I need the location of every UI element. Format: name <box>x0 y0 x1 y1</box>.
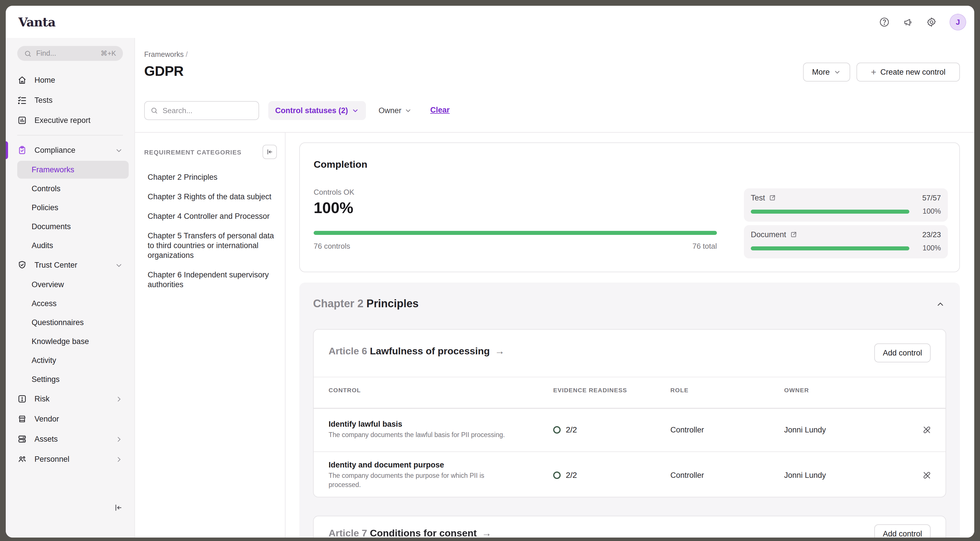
chevron-down-icon <box>404 107 412 114</box>
table-row[interactable]: Identify lawful basis The company docume… <box>329 408 932 451</box>
sidebar-item-tests[interactable]: Tests <box>6 90 134 110</box>
sidebar-item-label: Settings <box>32 375 60 383</box>
create-new-control-button[interactable]: + Create new control <box>856 63 960 81</box>
categories-collapse-button[interactable] <box>262 145 277 159</box>
page-title: GDPR <box>144 63 183 79</box>
control-statuses-filter[interactable]: Control statuses (2) <box>268 101 366 120</box>
evidence-ring-icon <box>553 471 561 479</box>
owner-cell: Jonni Lundy <box>784 425 916 434</box>
owner-label: Owner <box>379 106 401 115</box>
sidebar-item-label: Home <box>35 76 55 84</box>
category-list: Chapter 2 Principles Chapter 3 Rights of… <box>148 172 278 290</box>
more-button[interactable]: More <box>803 63 850 81</box>
sidebar-item-personnel[interactable]: Personnel <box>6 449 134 469</box>
column-control: CONTROL <box>329 387 553 393</box>
sidebar-item-controls[interactable]: Controls <box>6 179 134 198</box>
completion-card: Completion Controls OK 100% 76 controls … <box>299 142 960 272</box>
unlink-icon[interactable] <box>922 425 932 434</box>
sidebar-item-risk[interactable]: Risk <box>6 389 134 409</box>
search-input[interactable] <box>162 106 253 115</box>
sidebar-item-trust-center[interactable]: Trust Center <box>6 255 134 275</box>
sidebar-item-label: Policies <box>32 203 58 212</box>
collapse-left-icon <box>266 148 274 156</box>
test-readiness-box: Test 57/57 100% <box>744 188 948 222</box>
sidebar-item-access[interactable]: Access <box>6 294 134 313</box>
add-control-button[interactable]: Add control <box>874 524 931 538</box>
unlink-icon[interactable] <box>922 470 932 480</box>
sidebar-item-documents[interactable]: Documents <box>6 217 134 236</box>
owner-filter[interactable]: Owner <box>379 101 412 120</box>
sidebar-item-overview[interactable]: Overview <box>6 275 134 294</box>
sidebar-item-home[interactable]: Home <box>6 70 134 90</box>
article-prefix: Article 6 <box>329 346 367 356</box>
find-shortcut: ⌘+K <box>100 49 116 57</box>
sidebar-item-label: Questionnaires <box>32 318 84 327</box>
add-control-button[interactable]: Add control <box>874 344 931 363</box>
find-input[interactable]: Find... ⌘+K <box>17 46 123 61</box>
sidebar: Find... ⌘+K Home Tests <box>6 38 135 538</box>
announcements-megaphone-icon[interactable] <box>902 16 913 27</box>
article-title: Lawfulness of processing <box>370 346 490 356</box>
external-link-icon[interactable] <box>768 194 776 202</box>
sidebar-item-policies[interactable]: Policies <box>6 198 134 217</box>
breadcrumb[interactable]: Frameworks / <box>144 51 188 59</box>
table-row[interactable]: Identity and document purpose The compan… <box>329 452 932 498</box>
control-name[interactable]: Identity and document purpose <box>329 461 553 469</box>
avatar-initial: J <box>956 18 960 26</box>
total-count: 76 total <box>659 242 717 250</box>
settings-gear-icon[interactable] <box>926 16 937 27</box>
card-divider <box>313 377 945 377</box>
sidebar-item-settings[interactable]: Settings <box>6 370 134 389</box>
servers-icon <box>17 434 27 444</box>
category-item-chapter-6[interactable]: Chapter 6 Independent supervisory author… <box>148 270 278 290</box>
test-label: Test <box>751 194 765 202</box>
search-input-wrapper <box>144 101 259 120</box>
section-collapse-chevron-up-icon[interactable] <box>936 300 945 309</box>
category-item-chapter-5[interactable]: Chapter 5 Transfers of personal data to … <box>148 231 278 260</box>
sidebar-item-executive-report[interactable]: Executive report <box>6 110 134 130</box>
requirement-categories-heading: REQUIREMENT CATEGORIES <box>144 149 242 156</box>
category-item-chapter-3[interactable]: Chapter 3 Rights of the data subject <box>148 192 278 202</box>
app-window: Vanta J Find... ⌘+K <box>6 6 974 538</box>
people-icon <box>17 454 27 464</box>
sidebar-item-questionnaires[interactable]: Questionnaires <box>6 313 134 332</box>
sidebar-item-activity[interactable]: Activity <box>6 351 134 370</box>
test-progress-bar <box>751 209 909 213</box>
evidence-ring-icon <box>553 426 561 433</box>
chapter-2-section: Chapter 2 Principles Article 6 Lawfulnes… <box>299 283 960 538</box>
article-7-heading[interactable]: Article 7 Conditions for consent → <box>329 528 492 538</box>
storefront-icon <box>17 414 27 424</box>
sidebar-item-label: Tests <box>35 96 52 105</box>
sidebar-item-compliance[interactable]: Compliance <box>6 140 134 160</box>
breadcrumb-separator: / <box>186 51 188 59</box>
chapter-heading: Chapter 2 Principles <box>313 298 419 310</box>
sidebar-item-label: Executive report <box>35 116 91 125</box>
main-content: Frameworks / GDPR More + Create new cont… <box>135 38 974 538</box>
stage: Vanta J Find... ⌘+K <box>0 0 980 541</box>
external-link-icon[interactable] <box>789 231 797 238</box>
help-icon[interactable] <box>879 16 890 27</box>
sidebar-item-assets[interactable]: Assets <box>6 429 134 449</box>
article-6-heading[interactable]: Article 6 Lawfulness of processing → <box>329 346 505 357</box>
category-item-chapter-4[interactable]: Chapter 4 Controller and Processor <box>148 212 278 221</box>
vanta-logo: Vanta <box>18 14 56 29</box>
arrow-right-icon: → <box>495 346 505 356</box>
sidebar-item-label: Overview <box>32 280 64 289</box>
user-avatar[interactable]: J <box>950 13 966 30</box>
article-prefix: Article 7 <box>329 528 367 538</box>
sidebar-collapse-icon[interactable] <box>114 503 123 512</box>
sidebar-item-knowledge-base[interactable]: Knowledge base <box>6 332 134 351</box>
category-item-chapter-2[interactable]: Chapter 2 Principles <box>148 172 278 182</box>
create-label: Create new control <box>880 68 945 76</box>
sidebar-item-vendor[interactable]: Vendor <box>6 409 134 429</box>
test-percent: 100% <box>923 207 941 215</box>
control-name[interactable]: Identify lawful basis <box>329 420 553 428</box>
plus-icon: + <box>871 67 876 77</box>
header-divider <box>135 132 974 133</box>
compliance-clipboard-icon <box>17 145 27 155</box>
sidebar-item-audits[interactable]: Audits <box>6 236 134 255</box>
breadcrumb-frameworks[interactable]: Frameworks <box>144 51 184 59</box>
article-7-card: Article 7 Conditions for consent → Add c… <box>313 516 946 538</box>
sidebar-item-frameworks[interactable]: Frameworks <box>17 161 129 178</box>
clear-filters-link[interactable]: Clear <box>430 106 450 114</box>
